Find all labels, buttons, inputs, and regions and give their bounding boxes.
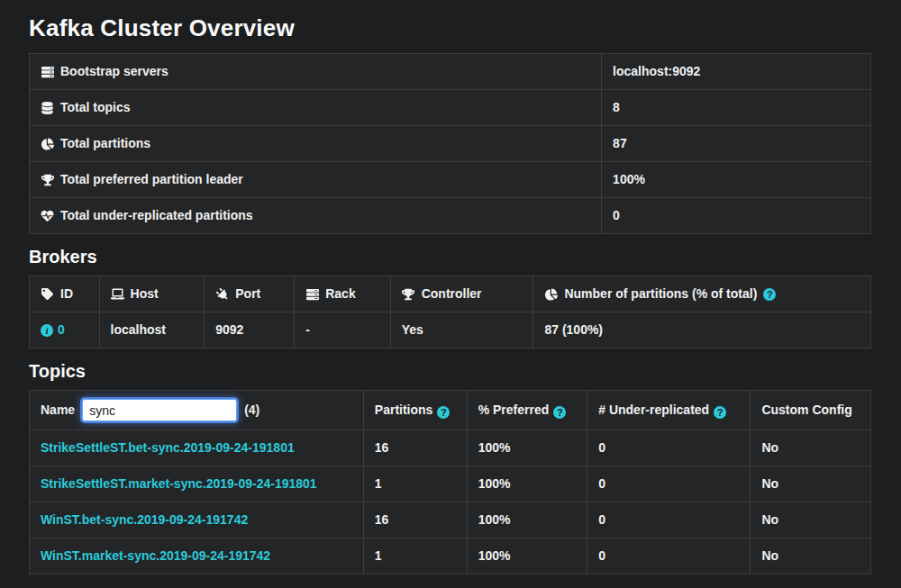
overview-value-cell: 100% [602, 162, 871, 198]
help-icon[interactable]: ? [714, 406, 726, 419]
brokers-table: ID Host Port Rack Controller Number of p… [29, 276, 871, 348]
topic-partitions-cell: 1 [363, 466, 467, 502]
topic-partitions-cell: 16 [363, 430, 467, 466]
table-header-row: ID Host Port Rack Controller Number of p… [30, 276, 871, 312]
topic-link[interactable]: StrikeSettleST.market-sync.2019-09-24-19… [41, 476, 317, 491]
topics-col-partitions: Partitions? [363, 391, 467, 430]
topic-name-cell: WinST.market-sync.2019-09-24-191742 [30, 538, 364, 574]
topic-under-replicated-cell: 0 [587, 538, 751, 574]
server-icon [41, 65, 54, 78]
topic-preferred-cell: 100% [467, 538, 587, 574]
overview-label-cell: Bootstrap servers [30, 54, 602, 90]
overview-value-cell: 87 [602, 126, 871, 162]
broker-partitions-cell: 87 (100%) [533, 312, 871, 348]
overview-value-cell: 8 [602, 90, 871, 126]
topic-name-cell: StrikeSettleST.bet-sync.2019-09-24-19180… [30, 430, 364, 466]
info-icon: i [41, 324, 53, 337]
topics-col-preferred: % Preferred? [467, 391, 587, 430]
topic-link[interactable]: StrikeSettleST.bet-sync.2019-09-24-19180… [41, 440, 295, 455]
name-filter-label: Name [41, 402, 75, 419]
topic-name-cell: StrikeSettleST.market-sync.2019-09-24-19… [30, 466, 364, 502]
overview-label: Bootstrap servers [60, 63, 168, 80]
topics-col-name: Name (4) [30, 391, 364, 430]
topic-partitions-cell: 1 [363, 538, 467, 574]
brokers-col-partitions: Number of partitions (% of total)? [533, 276, 871, 312]
topic-preferred-cell: 100% [467, 502, 587, 538]
table-row: StrikeSettleST.market-sync.2019-09-24-19… [30, 466, 871, 502]
laptop-icon [111, 287, 124, 301]
plug-icon [215, 287, 229, 301]
pie-chart-icon [41, 137, 54, 150]
topic-under-replicated-cell: 0 [587, 502, 751, 538]
topics-heading: Topics [29, 360, 871, 382]
topic-custom-config-cell: No [751, 466, 871, 502]
table-row: WinST.market-sync.2019-09-24-191742 1 10… [30, 538, 871, 574]
broker-port-cell: 9092 [205, 312, 295, 348]
overview-label: Total preferred partition leader [60, 171, 243, 188]
tag-icon [41, 287, 54, 301]
topic-preferred-cell: 100% [467, 466, 587, 502]
help-icon[interactable]: ? [763, 288, 776, 301]
topics-table: Name (4) Partitions? % Preferred? # Unde… [29, 390, 871, 574]
overview-label: Total under-replicated partitions [60, 207, 253, 224]
topic-under-replicated-cell: 0 [587, 430, 751, 466]
trophy-icon [402, 287, 415, 301]
table-row: Total topics 8 [30, 90, 871, 126]
topic-filter-count: (4) [244, 402, 259, 419]
overview-label-cell: Total preferred partition leader [30, 162, 602, 198]
table-row: Total under-replicated partitions 0 [30, 198, 871, 234]
brokers-heading: Brokers [29, 246, 871, 267]
broker-host-cell: localhost [99, 312, 205, 348]
overview-value-cell: 0 [602, 198, 871, 234]
brokers-col-id: ID [30, 276, 100, 312]
heartbeat-icon [41, 209, 54, 222]
page: Kafka Cluster Overview Bootstrap servers… [29, 14, 871, 574]
brokers-col-port: Port [205, 276, 295, 312]
topic-link[interactable]: WinST.market-sync.2019-09-24-191742 [41, 548, 270, 563]
brokers-col-controller: Controller [390, 276, 533, 312]
table-row: i0 localhost 9092 - Yes 87 (100%) [30, 312, 871, 348]
topic-custom-config-cell: No [751, 430, 871, 466]
broker-rack-cell: - [295, 312, 390, 348]
help-icon[interactable]: ? [437, 406, 450, 419]
overview-label-cell: Total partitions [30, 126, 602, 162]
brokers-col-rack: Rack [295, 276, 390, 312]
overview-label-cell: Total under-replicated partitions [30, 198, 602, 234]
topic-custom-config-cell: No [751, 538, 871, 574]
help-icon[interactable]: ? [553, 406, 566, 419]
page-title: Kafka Cluster Overview [29, 14, 871, 41]
trophy-icon [41, 173, 54, 186]
cluster-overview-table: Bootstrap servers localhost:9092 Total t… [29, 53, 871, 234]
topic-under-replicated-cell: 0 [587, 466, 751, 502]
topic-custom-config-cell: No [751, 502, 871, 538]
table-row: WinST.bet-sync.2019-09-24-191742 16 100%… [30, 502, 871, 538]
database-icon [41, 101, 54, 114]
table-row: Total preferred partition leader 100% [30, 162, 871, 198]
overview-label: Total topics [60, 99, 131, 116]
topic-link[interactable]: WinST.bet-sync.2019-09-24-191742 [41, 512, 248, 527]
broker-controller-cell: Yes [390, 312, 533, 348]
table-row: Bootstrap servers localhost:9092 [30, 54, 871, 90]
brokers-col-host: Host [99, 276, 205, 312]
broker-id-cell: i0 [30, 312, 100, 348]
broker-id-link[interactable]: 0 [58, 321, 65, 339]
topic-preferred-cell: 100% [467, 430, 587, 466]
overview-label-cell: Total topics [30, 90, 602, 126]
table-row: StrikeSettleST.bet-sync.2019-09-24-19180… [30, 430, 871, 466]
table-row: Total partitions 87 [30, 126, 871, 162]
topic-name-cell: WinST.bet-sync.2019-09-24-191742 [30, 502, 364, 538]
topic-partitions-cell: 16 [363, 502, 467, 538]
overview-value-cell: localhost:9092 [602, 54, 871, 90]
table-header-row: Name (4) Partitions? % Preferred? # Unde… [30, 391, 871, 430]
topics-col-under-replicated: # Under-replicated? [587, 391, 751, 430]
pie-chart-icon [544, 287, 558, 301]
topics-col-custom-config: Custom Config [751, 391, 871, 430]
overview-label: Total partitions [60, 135, 150, 152]
topic-filter-input[interactable] [82, 399, 237, 421]
server-icon [305, 287, 319, 301]
